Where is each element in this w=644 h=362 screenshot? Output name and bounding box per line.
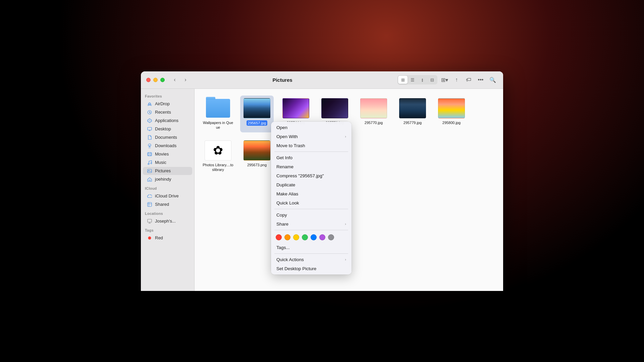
share-submenu-arrow-icon: › xyxy=(345,222,346,226)
icloud-icon xyxy=(147,193,152,199)
photos-thumb: ✿ xyxy=(205,140,231,161)
ctx-set-desktop[interactable]: Set Desktop Picture xyxy=(272,264,351,273)
sidebar-item-recents[interactable]: Recents xyxy=(143,108,192,116)
airdrop-icon xyxy=(147,101,152,107)
documents-icon xyxy=(147,135,152,140)
computer-icon xyxy=(147,219,152,224)
list-item[interactable]: 295673.png xyxy=(240,138,274,175)
toolbar-right: ⊞ ☰ ⫿ ⊟ ⊞▾ ↑ 🏷 ••• 🔍 xyxy=(397,75,498,85)
color-orange-dot[interactable] xyxy=(284,234,290,240)
ctx-duplicate[interactable]: Duplicate xyxy=(272,180,351,189)
sidebar-item-downloads[interactable]: Downloads xyxy=(143,142,192,150)
ctx-get-info-label: Get Info xyxy=(276,155,292,160)
grid-view-button[interactable]: ⊞ xyxy=(398,76,408,84)
list-item[interactable]: 295779.jpg xyxy=(396,96,429,133)
minimize-button[interactable] xyxy=(153,78,158,82)
ctx-copy[interactable]: Copy xyxy=(272,210,351,220)
context-menu: Open Open With › Move to Trash Get Info … xyxy=(271,122,352,275)
color-green-dot[interactable] xyxy=(302,234,308,240)
folder-thumb xyxy=(205,98,231,118)
pictures-label: Pictures xyxy=(155,168,171,173)
list-view-button[interactable]: ☰ xyxy=(408,76,417,84)
file-name: 295800.jpg xyxy=(442,120,461,125)
share-button[interactable]: ↑ xyxy=(451,75,462,85)
ctx-move-trash[interactable]: Move to Trash xyxy=(272,141,351,150)
list-item[interactable]: 295770.jpg xyxy=(357,96,390,133)
list-item[interactable]: ✿ Photos Library....toslibrary xyxy=(201,138,235,175)
submenu-arrow-icon: › xyxy=(345,134,346,138)
sidebar-item-shared[interactable]: Shared xyxy=(143,200,192,208)
ctx-open[interactable]: Open xyxy=(272,123,351,132)
ctx-copy-label: Copy xyxy=(276,213,287,218)
sidebar-item-music[interactable]: Music xyxy=(143,159,192,167)
arrange-button[interactable]: ⊞▾ xyxy=(439,75,449,85)
red-tag-icon xyxy=(147,235,152,241)
sidebar-item-red-tag[interactable]: Red xyxy=(143,234,192,242)
ctx-quick-look[interactable]: Quick Look xyxy=(272,198,351,207)
svg-rect-10 xyxy=(148,219,152,222)
sidebar-item-desktop[interactable]: Desktop xyxy=(143,125,192,133)
column-view-button[interactable]: ⫿ xyxy=(418,76,427,84)
desktop-label: Desktop xyxy=(155,126,171,131)
ctx-make-alias[interactable]: Make Alias xyxy=(272,189,351,198)
file-name: 295657.jpg xyxy=(247,120,267,126)
color-purple-dot[interactable] xyxy=(319,234,325,240)
airdrop-label: AirDrop xyxy=(155,101,170,106)
color-blue-dot[interactable] xyxy=(311,234,317,240)
ctx-quick-look-label: Quick Look xyxy=(276,200,299,205)
ctx-move-trash-label: Move to Trash xyxy=(276,143,305,148)
sidebar-item-home[interactable]: joehindy xyxy=(143,175,192,183)
red-tag-label: Red xyxy=(155,235,163,240)
color-red-dot[interactable] xyxy=(276,234,282,240)
ctx-share[interactable]: Share › xyxy=(272,220,351,229)
ctx-compress-label: Compress "295657.jpg" xyxy=(276,173,324,178)
sidebar-item-josephs[interactable]: Joseph's... xyxy=(143,217,192,225)
list-item[interactable]: Wallpapers in Queue xyxy=(201,96,235,133)
shared-icon xyxy=(147,202,152,207)
ctx-duplicate-label: Duplicate xyxy=(276,182,295,187)
icloud-drive-label: iCloud Drive xyxy=(155,193,179,198)
home-icon xyxy=(147,177,152,182)
nav-buttons: ‹ › xyxy=(170,75,190,84)
back-button[interactable]: ‹ xyxy=(170,75,179,84)
sidebar-item-documents[interactable]: Documents xyxy=(143,133,192,141)
ctx-rename[interactable]: Rename xyxy=(272,162,351,171)
forward-button[interactable]: › xyxy=(181,75,190,84)
list-item[interactable]: 295657.jpg xyxy=(240,96,274,133)
image-thumb xyxy=(244,98,270,118)
ctx-compress[interactable]: Compress "295657.jpg" xyxy=(272,171,351,180)
folder-icon xyxy=(206,99,230,118)
color-yellow-dot[interactable] xyxy=(293,234,299,240)
search-button[interactable]: 🔍 xyxy=(488,75,498,85)
ctx-separator-1 xyxy=(274,152,348,152)
favorites-label: Favorites xyxy=(141,92,194,100)
list-item[interactable]: 295800.jpg xyxy=(435,96,468,133)
ctx-tags[interactable]: Tags... xyxy=(272,243,351,252)
fullscreen-button[interactable] xyxy=(160,78,165,82)
image-thumb xyxy=(438,98,465,118)
tag-button[interactable]: 🏷 xyxy=(464,75,474,85)
sidebar-item-pictures[interactable]: Pictures xyxy=(143,167,192,175)
ctx-tags-label: Tags... xyxy=(276,245,290,250)
image-thumb xyxy=(244,140,270,161)
ctx-open-with[interactable]: Open With › xyxy=(272,132,351,141)
more-button[interactable]: ••• xyxy=(476,75,486,85)
close-button[interactable] xyxy=(146,78,151,82)
sidebar-item-icloud-drive[interactable]: iCloud Drive xyxy=(143,192,192,200)
sidebar-item-movies[interactable]: Movies xyxy=(143,150,192,158)
svg-rect-4 xyxy=(148,153,152,156)
file-name: 295770.jpg xyxy=(365,120,383,125)
ctx-get-info[interactable]: Get Info xyxy=(272,153,351,162)
file-name: 295779.jpg xyxy=(404,120,422,125)
shared-label: Shared xyxy=(155,202,169,207)
pictures-icon xyxy=(147,168,152,174)
color-gray-dot[interactable] xyxy=(328,234,334,240)
sidebar-item-applications[interactable]: Applications xyxy=(143,117,192,125)
ctx-separator-2 xyxy=(274,209,348,209)
ctx-quick-actions[interactable]: Quick Actions › xyxy=(272,255,351,264)
ctx-set-desktop-label: Set Desktop Picture xyxy=(276,266,316,271)
gallery-view-button[interactable]: ⊟ xyxy=(427,76,437,84)
image-thumb xyxy=(399,98,426,118)
sidebar-item-airdrop[interactable]: AirDrop xyxy=(143,100,192,108)
icloud-label: iCloud xyxy=(141,184,194,192)
